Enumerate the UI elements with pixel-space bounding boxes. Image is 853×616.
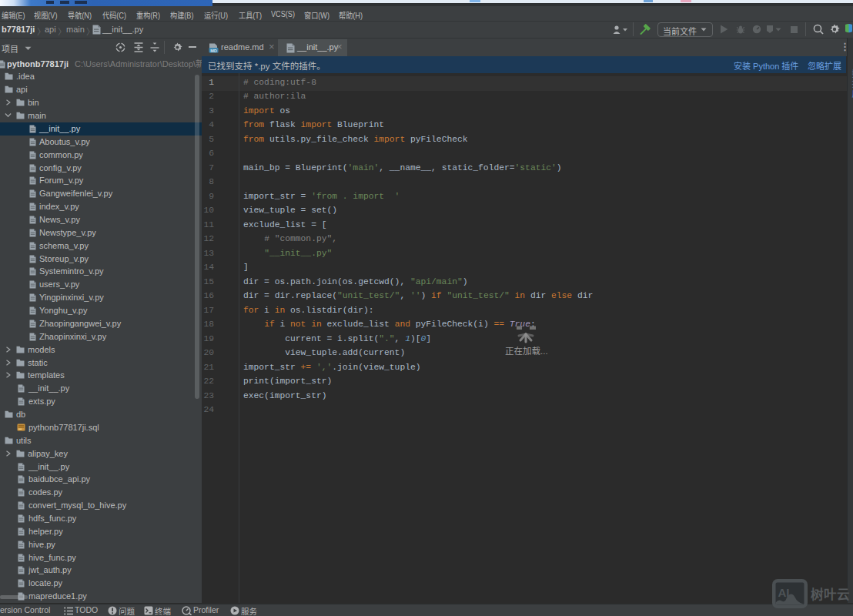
svg-text:树叶云: 树叶云	[811, 588, 850, 601]
svg-text:MD: MD	[210, 49, 217, 53]
